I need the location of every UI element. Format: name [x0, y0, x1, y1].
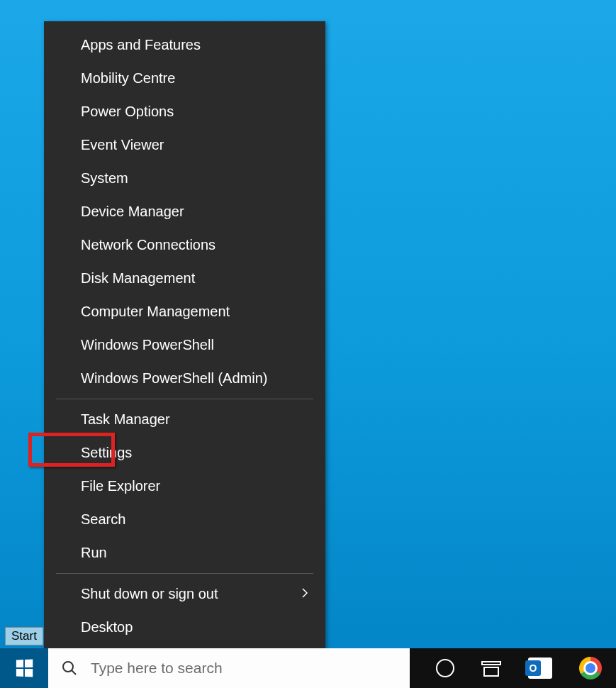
- menu-label: File Explorer: [81, 478, 160, 494]
- menu-label: Mobility Centre: [81, 70, 175, 87]
- winx-context-menu: Apps and Features Mobility Centre Power …: [44, 21, 325, 651]
- menu-divider: [56, 399, 313, 399]
- start-button[interactable]: [0, 648, 48, 688]
- windows-logo-icon: [16, 659, 33, 677]
- menu-item-search[interactable]: Search: [44, 503, 325, 536]
- search-icon: [61, 660, 78, 677]
- menu-label: Run: [81, 545, 107, 561]
- svg-line-1: [72, 670, 76, 675]
- menu-item-run[interactable]: Run: [44, 536, 325, 570]
- menu-item-task-manager[interactable]: Task Manager: [44, 403, 325, 436]
- menu-item-device-manager[interactable]: Device Manager: [44, 195, 325, 228]
- menu-label: Apps and Features: [81, 37, 201, 53]
- menu-divider: [56, 573, 313, 574]
- menu-item-powershell-admin[interactable]: Windows PowerShell (Admin): [44, 362, 325, 395]
- start-tooltip: Start: [5, 627, 43, 645]
- menu-label: Device Manager: [81, 204, 184, 220]
- taskbar: Type here to search O: [0, 648, 616, 688]
- menu-label: Shut down or sign out: [81, 586, 218, 602]
- menu-label: Task Manager: [81, 411, 170, 428]
- menu-item-system[interactable]: System: [44, 162, 325, 195]
- taskbar-search-box[interactable]: Type here to search: [48, 648, 410, 688]
- svg-rect-3: [484, 667, 498, 676]
- task-view-icon[interactable]: [481, 658, 501, 678]
- cortana-icon[interactable]: [436, 659, 454, 677]
- chrome-icon[interactable]: [579, 657, 602, 679]
- menu-label: Desktop: [81, 619, 133, 636]
- menu-item-file-explorer[interactable]: File Explorer: [44, 470, 325, 503]
- menu-item-power-options[interactable]: Power Options: [44, 95, 325, 128]
- menu-item-desktop[interactable]: Desktop: [44, 611, 325, 644]
- menu-item-disk-management[interactable]: Disk Management: [44, 262, 325, 295]
- menu-item-event-viewer[interactable]: Event Viewer: [44, 128, 325, 162]
- menu-label: Disk Management: [81, 270, 195, 287]
- menu-label: Network Connections: [81, 237, 215, 253]
- menu-label: Computer Management: [81, 304, 230, 320]
- svg-point-0: [63, 662, 73, 672]
- menu-item-shutdown-signout[interactable]: Shut down or sign out: [44, 577, 325, 611]
- menu-label: Search: [81, 511, 125, 528]
- chevron-right-icon: [301, 587, 308, 601]
- menu-item-powershell[interactable]: Windows PowerShell: [44, 328, 325, 362]
- menu-item-computer-management[interactable]: Computer Management: [44, 295, 325, 328]
- menu-label: Settings: [81, 445, 132, 461]
- menu-label: Windows PowerShell (Admin): [81, 370, 267, 387]
- menu-item-mobility-centre[interactable]: Mobility Centre: [44, 62, 325, 95]
- menu-label: System: [81, 170, 128, 187]
- menu-label: Power Options: [81, 104, 174, 120]
- menu-item-network-connections[interactable]: Network Connections: [44, 228, 325, 262]
- menu-item-settings[interactable]: Settings: [44, 436, 325, 470]
- menu-label: Event Viewer: [81, 137, 164, 153]
- menu-item-apps-features[interactable]: Apps and Features: [44, 28, 325, 62]
- outlook-icon[interactable]: O: [528, 658, 552, 679]
- taskbar-right: O: [436, 657, 616, 679]
- menu-label: Windows PowerShell: [81, 337, 214, 353]
- search-placeholder: Type here to search: [91, 660, 223, 677]
- svg-rect-2: [482, 662, 500, 665]
